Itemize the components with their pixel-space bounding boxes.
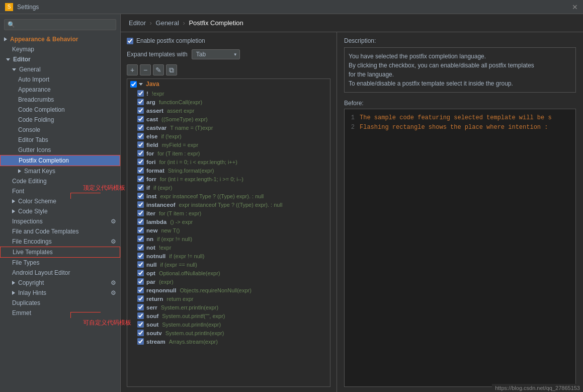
chevron-right-icon: [12, 209, 15, 213]
sidebar-item-keymap[interactable]: Keymap: [0, 44, 120, 54]
sidebar-item-console[interactable]: Console: [0, 125, 120, 135]
template-checkbox[interactable]: [137, 99, 144, 105]
template-checkbox[interactable]: [137, 150, 144, 156]
list-item[interactable]: instanceof expr instanceof Type ? ((Type…: [127, 200, 330, 209]
template-checkbox[interactable]: [137, 287, 144, 293]
enable-postfix-checkbox[interactable]: [127, 38, 133, 44]
list-item[interactable]: forr for (int i = expr.length-1; i >= 0;…: [127, 175, 330, 183]
description-box: You have selected the postfix completion…: [344, 47, 576, 93]
edit-button[interactable]: ✎: [153, 64, 164, 75]
sidebar-item-code-style[interactable]: Code Style: [0, 206, 120, 216]
list-item[interactable]: assert assert expr: [127, 106, 330, 115]
list-item[interactable]: arg functionCall(expr): [127, 98, 330, 106]
sidebar-item-postfix-completion[interactable]: Postfix Completion: [0, 155, 120, 166]
template-checkbox[interactable]: [137, 278, 144, 285]
sidebar-item-copyright[interactable]: Copyright ⚙: [0, 278, 120, 288]
sidebar-item-smart-keys[interactable]: Smart Keys: [0, 166, 120, 176]
sidebar-item-android-layout-editor[interactable]: Android Layout Editor: [0, 268, 120, 278]
template-checkbox[interactable]: [137, 210, 144, 216]
template-checkbox[interactable]: [137, 133, 144, 139]
template-checkbox[interactable]: [137, 236, 144, 242]
list-item[interactable]: not !expr: [127, 243, 330, 252]
list-item[interactable]: fori for (int i = 0; i < expr.length; i+…: [127, 158, 330, 166]
list-item[interactable]: null if (expr == null): [127, 260, 330, 269]
template-checkbox[interactable]: [137, 261, 144, 268]
template-checkbox[interactable]: [137, 304, 144, 310]
list-item[interactable]: lambda () -> expr: [127, 217, 330, 226]
sidebar-item-file-types[interactable]: File Types: [0, 258, 120, 268]
sidebar-item-live-templates[interactable]: Live Templates: [0, 247, 120, 258]
template-checkbox[interactable]: [137, 193, 144, 199]
sidebar-item-duplicates[interactable]: Duplicates: [0, 298, 120, 308]
list-item[interactable]: for for (T item : expr): [127, 149, 330, 158]
sidebar-item-file-code-templates[interactable]: File and Code Templates: [0, 226, 120, 237]
sidebar-item-inspections[interactable]: Inspections ⚙: [0, 216, 120, 226]
sidebar-item-editor[interactable]: Editor: [0, 54, 120, 64]
list-item[interactable]: souf System.out.printf("", expr): [127, 311, 330, 320]
list-item[interactable]: castvar T name = (T)expr: [127, 123, 330, 132]
list-item[interactable]: cast ((SomeType) expr): [127, 115, 330, 123]
list-item[interactable]: new new T(): [127, 226, 330, 234]
template-checkbox[interactable]: [137, 176, 144, 182]
sidebar-item-gutter-icons[interactable]: Gutter Icons: [0, 145, 120, 155]
template-checkbox[interactable]: [137, 227, 144, 233]
close-button[interactable]: ✕: [572, 3, 578, 11]
sidebar-item-color-scheme[interactable]: Color Scheme: [0, 196, 120, 206]
list-item[interactable]: sout System.out.println(expr): [127, 320, 330, 329]
list-item[interactable]: iter for (T item : expr): [127, 209, 330, 217]
list-item[interactable]: field myField = expr: [127, 140, 330, 149]
sidebar-item-file-encodings[interactable]: File Encodings ⚙: [0, 237, 120, 247]
template-checkbox[interactable]: [137, 141, 144, 148]
template-checkbox[interactable]: [137, 116, 144, 122]
list-item[interactable]: ! !expr: [127, 89, 330, 98]
list-item[interactable]: soutv System.out.println(expr): [127, 329, 330, 337]
sidebar-item-font[interactable]: Font: [0, 186, 120, 196]
remove-button[interactable]: −: [140, 64, 151, 75]
sidebar-item-code-folding[interactable]: Code Folding: [0, 115, 120, 125]
template-checkbox[interactable]: [137, 184, 144, 191]
sidebar-item-code-completion[interactable]: Code Completion: [0, 105, 120, 115]
sidebar-item-inlay-hints[interactable]: Inlay Hints ⚙: [0, 288, 120, 298]
search-input[interactable]: [4, 19, 116, 30]
template-checkbox[interactable]: [137, 295, 144, 302]
list-item[interactable]: reqnonnull Objects.requireNonNull(expr): [127, 286, 330, 294]
template-checkbox[interactable]: [137, 201, 144, 208]
java-group-checkbox[interactable]: [130, 81, 137, 88]
template-checkbox[interactable]: [137, 253, 144, 259]
list-item[interactable]: return return expr: [127, 294, 330, 303]
template-checkbox[interactable]: [137, 124, 144, 131]
template-checkbox[interactable]: [137, 312, 144, 319]
template-checkbox[interactable]: [137, 244, 144, 251]
sidebar-item-emmet[interactable]: Emmet: [0, 308, 120, 318]
sidebar-item-breadcrumbs[interactable]: Breadcrumbs: [0, 95, 120, 105]
list-item[interactable]: nn if (expr != null): [127, 234, 330, 243]
template-checkbox[interactable]: [137, 338, 144, 345]
sidebar-item-general[interactable]: General: [0, 64, 120, 74]
list-item[interactable]: inst expr instanceof Type ? ((Type) expr…: [127, 192, 330, 200]
template-checkbox[interactable]: [137, 90, 144, 97]
sidebar-item-appearance[interactable]: Appearance: [0, 85, 120, 95]
list-item[interactable]: serr System.err.println(expr): [127, 303, 330, 311]
list-item[interactable]: par (expr): [127, 277, 330, 286]
sidebar-item-auto-import[interactable]: Auto Import: [0, 74, 120, 85]
template-checkbox[interactable]: [137, 218, 144, 225]
template-checkbox[interactable]: [137, 330, 144, 336]
sidebar-item-code-editing[interactable]: Code Editing: [0, 176, 120, 186]
java-group[interactable]: Java: [127, 79, 330, 89]
template-checkbox[interactable]: [137, 107, 144, 114]
list-item[interactable]: if if (expr): [127, 183, 330, 192]
list-item[interactable]: else if (!expr): [127, 132, 330, 140]
template-checkbox[interactable]: [137, 159, 144, 165]
list-item[interactable]: stream Arrays.stream(expr): [127, 337, 330, 346]
template-checkbox[interactable]: [137, 270, 144, 276]
template-checkbox[interactable]: [137, 321, 144, 328]
list-item[interactable]: format String.format(expr): [127, 166, 330, 175]
add-button[interactable]: +: [127, 64, 138, 75]
template-checkbox[interactable]: [137, 167, 144, 174]
list-item[interactable]: opt Optional.ofNullable(expr): [127, 269, 330, 277]
copy-button[interactable]: ⧉: [166, 64, 177, 75]
list-item[interactable]: notnull if (expr != null): [127, 252, 330, 260]
sidebar-item-appearance-behavior[interactable]: Appearance & Behavior: [0, 34, 120, 44]
sidebar-item-editor-tabs[interactable]: Editor Tabs: [0, 135, 120, 145]
expand-dropdown[interactable]: Tab Enter Tab or Enter: [192, 49, 240, 59]
